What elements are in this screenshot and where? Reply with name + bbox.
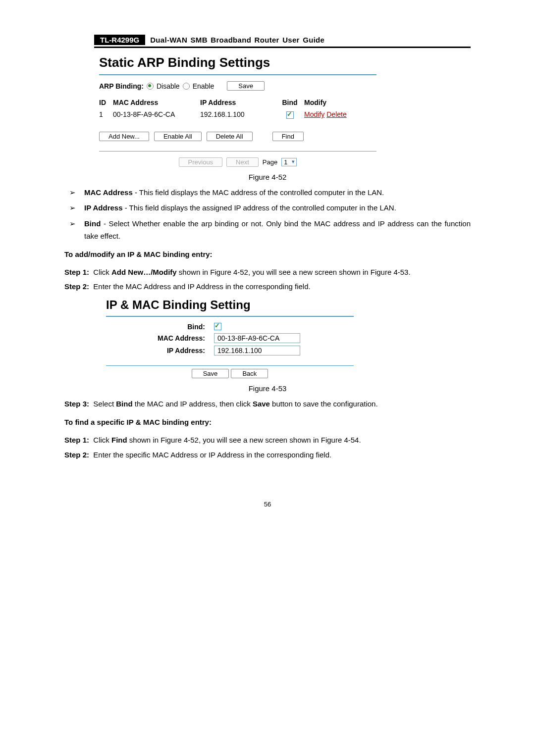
ip-label: IP Address:: [106, 347, 214, 354]
modify-link[interactable]: Modify: [304, 110, 324, 118]
step-1: Step 1: Click Add New…/Modify shown in F…: [64, 266, 471, 279]
cell-ip: 192.168.1.100: [200, 110, 275, 118]
col-bind-header: Bind: [275, 99, 304, 106]
divider: [106, 365, 354, 366]
mac-label: MAC Address:: [106, 334, 214, 342]
term: IP Address: [84, 203, 123, 212]
term: MAC Address: [84, 188, 133, 197]
find-step-2: Step 2: Enter the specific MAC Address o…: [64, 449, 471, 461]
col-ip-header: IP Address: [200, 99, 275, 106]
divider: [106, 316, 354, 317]
doc-title: Dual-WAN SMB Broadband Router User Guide: [150, 36, 324, 44]
ip-mac-binding-panel: IP & MAC Binding Setting Bind: MAC Addre…: [106, 298, 354, 378]
page-label: Page: [263, 158, 277, 166]
divider: [99, 74, 376, 75]
bind-checkbox[interactable]: [286, 111, 294, 119]
page-number: 56: [64, 501, 471, 508]
mac-input[interactable]: 00-13-8F-A9-6C-CA: [214, 333, 300, 343]
add-new-button[interactable]: Add New...: [99, 132, 149, 141]
figure-caption-1: Figure 4-52: [64, 173, 471, 181]
find-button[interactable]: Find: [272, 132, 304, 141]
list-item: MAC Address - This field displays the MA…: [69, 186, 471, 199]
radio-disable-label: Disable: [157, 82, 180, 90]
enable-all-button[interactable]: Enable All: [154, 132, 202, 141]
next-button[interactable]: Next: [226, 157, 259, 167]
desc: - This field displays the assigned IP ad…: [123, 203, 396, 212]
term: Bind: [84, 219, 101, 228]
product-model: TL-R4299G: [94, 35, 145, 45]
ip-input[interactable]: 192.168.1.100: [214, 346, 300, 355]
desc: - This field displays the MAC address of…: [133, 188, 384, 197]
find-step-1: Step 1: Click Find shown in Figure 4-52,…: [64, 434, 471, 447]
section-add-modify: To add/modify an IP & MAC binding entry:: [64, 250, 471, 258]
static-arp-panel: Static ARP Binding Settings ARP Binding:…: [99, 55, 376, 167]
bind-checkbox[interactable]: [214, 323, 221, 330]
page-select[interactable]: 1: [281, 158, 297, 166]
bind-label: Bind:: [106, 323, 214, 331]
radio-disable[interactable]: [147, 83, 154, 90]
panel-title: Static ARP Binding Settings: [99, 55, 376, 70]
divider: [99, 151, 376, 151]
panel-title: IP & MAC Binding Setting: [106, 298, 354, 312]
arp-binding-label: ARP Binding:: [99, 82, 144, 90]
previous-button[interactable]: Previous: [179, 157, 223, 167]
doc-header: TL-R4299G Dual-WAN SMB Broadband Router …: [94, 35, 471, 48]
radio-enable[interactable]: [183, 83, 190, 90]
col-modify-header: Modify: [304, 99, 326, 106]
save-button[interactable]: Save: [192, 369, 229, 378]
col-id-header: ID: [99, 99, 113, 106]
step-3: Step 3: Select Bind the MAC and IP addre…: [64, 398, 471, 410]
delete-all-button[interactable]: Delete All: [207, 132, 253, 141]
cell-id: 1: [99, 110, 113, 118]
desc: - Select Whether enable the arp binding …: [84, 219, 471, 241]
list-item: Bind - Select Whether enable the arp bin…: [69, 217, 471, 243]
step-2: Step 2: Enter the MAC Address and IP Add…: [64, 280, 471, 293]
radio-enable-label: Enable: [193, 82, 214, 90]
cell-mac: 00-13-8F-A9-6C-CA: [113, 110, 200, 118]
col-mac-header: MAC Address: [113, 99, 200, 106]
section-find: To find a specific IP & MAC binding entr…: [64, 418, 471, 426]
figure-caption-2: Figure 4-53: [64, 384, 471, 393]
list-item: IP Address - This field displays the ass…: [69, 202, 471, 214]
table-row: 1 00-13-8F-A9-6C-CA 192.168.1.100 Modify…: [99, 110, 376, 119]
back-button[interactable]: Back: [231, 369, 268, 378]
delete-link[interactable]: Delete: [326, 110, 346, 118]
field-descriptions: MAC Address - This field displays the MA…: [64, 186, 471, 243]
save-button[interactable]: Save: [227, 81, 265, 91]
